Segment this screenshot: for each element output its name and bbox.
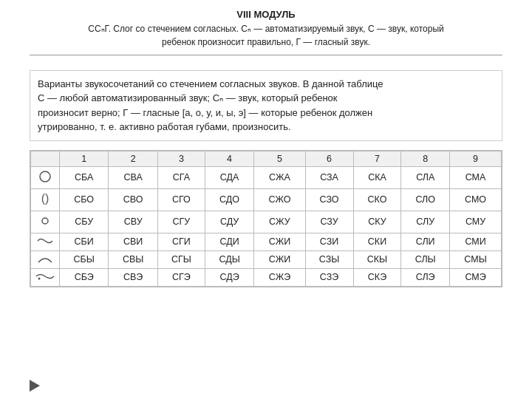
- module-title: VIII МОДУЛЬ: [30, 7, 502, 22]
- table-cell: СЗИ: [305, 233, 353, 250]
- table-cell: СМИ: [450, 233, 502, 250]
- table-header-row: 1 2 3 4 5 6 7 8 9: [31, 151, 502, 166]
- col-5: 5: [254, 151, 305, 166]
- table-cell: СДУ: [205, 211, 253, 233]
- desc-line1: Варианты звукосочетаний со стечением сог…: [38, 78, 383, 89]
- table-cell: СДИ: [205, 233, 253, 250]
- table-cell: СБЫ: [60, 250, 109, 268]
- table-row: СБАСВАСГАСДАСЖАСЗАСКАСЛАСМА: [31, 166, 502, 188]
- table-cell: СВО: [109, 188, 158, 211]
- table-row: СБЫСВЫСГЫСДЫСЖИСЗЫСКЫСЛЫСМЫ: [31, 250, 502, 268]
- icon-cell: [31, 268, 60, 286]
- main-table-wrapper: 1 2 3 4 5 6 7 8 9 СБАСВАСГАСДАСЖАСЗАСКАС…: [30, 150, 502, 287]
- page: VIII МОДУЛЬ ССₙГ. Слог со стечением согл…: [0, 0, 532, 399]
- table-cell: СМА: [450, 166, 502, 188]
- svg-text:(): (): [41, 192, 50, 205]
- table-cell: СДО: [205, 188, 253, 211]
- desc-line4: утрированно, т. е. активно работая губам…: [38, 121, 291, 132]
- table-cell: СВА: [109, 166, 158, 188]
- table-cell: СЖУ: [254, 211, 305, 233]
- table-cell: СКЭ: [353, 268, 401, 286]
- play-button[interactable]: [30, 380, 40, 392]
- table-cell: СЗУ: [305, 211, 353, 233]
- table-cell: СЛЭ: [401, 268, 450, 286]
- table-cell: СБА: [60, 166, 109, 188]
- table-cell: СГЫ: [157, 250, 205, 268]
- table-cell: СДЭ: [205, 268, 253, 286]
- svg-point-3: [38, 277, 41, 279]
- table-cell: СКЫ: [353, 250, 401, 268]
- table-cell: СЛА: [401, 166, 450, 188]
- table-cell: СБУ: [60, 211, 109, 233]
- table-cell: СЗЫ: [305, 250, 353, 268]
- table-cell: СДЫ: [205, 250, 253, 268]
- icon-cell: [31, 211, 60, 233]
- table-cell: СЛУ: [401, 211, 450, 233]
- subtitle-line1: ССₙГ. Слог со стечением согласных. Сₙ — …: [88, 24, 443, 34]
- table-cell: СЗА: [305, 166, 353, 188]
- table-cell: СВЫ: [109, 250, 158, 268]
- header-subtitle: ССₙГ. Слог со стечением согласных. Сₙ — …: [30, 22, 502, 49]
- table-cell: СДА: [205, 166, 253, 188]
- table-cell: СМЫ: [450, 250, 502, 268]
- table-cell: СКУ: [353, 211, 401, 233]
- table-cell: СКО: [353, 188, 401, 211]
- table-row: СБУСВУСГУСДУСЖУСЗУСКУСЛУСМУ: [31, 211, 502, 233]
- table-cell: СГА: [157, 166, 205, 188]
- desc-line2: С — любой автоматизированный звук; Сₙ — …: [38, 92, 338, 103]
- table-cell: СЗО: [305, 188, 353, 211]
- table-cell: СКА: [353, 166, 401, 188]
- table-cell: СБЭ: [60, 268, 109, 286]
- table-cell: СЗЭ: [305, 268, 353, 286]
- description-block: Варианты звукосочетаний со стечением сог…: [30, 70, 502, 141]
- page-header: VIII МОДУЛЬ ССₙГ. Слог со стечением согл…: [30, 7, 502, 55]
- svg-point-2: [42, 218, 48, 224]
- col-9: 9: [450, 151, 502, 166]
- table-cell: СВУ: [109, 211, 158, 233]
- icon-cell: [31, 250, 60, 268]
- table-cell: СЖИ: [254, 233, 305, 250]
- col-6: 6: [305, 151, 353, 166]
- col-2: 2: [109, 151, 158, 166]
- table-cell: СЛО: [401, 188, 450, 211]
- table-cell: СБО: [60, 188, 109, 211]
- col-8: 8: [401, 151, 450, 166]
- table-row: СБЭСВЭСГЭСДЭСЖЭСЗЭСКЭСЛЭСМЭ: [31, 268, 502, 286]
- table-cell: СГЭ: [157, 268, 205, 286]
- table-cell: СМЭ: [450, 268, 502, 286]
- subtitle-line2: ребенок произносит правильно, Г — гласны…: [162, 37, 370, 47]
- table-cell: СКИ: [353, 233, 401, 250]
- table-row: ()СБОСВОСГОСДОСЖОСЗОСКОСЛОСМО: [31, 188, 502, 211]
- table-cell: СЖО: [254, 188, 305, 211]
- table-cell: СВИ: [109, 233, 158, 250]
- col-icon: [31, 151, 60, 166]
- table-cell: СМУ: [450, 211, 502, 233]
- table-cell: СВЭ: [109, 268, 158, 286]
- icon-cell: [31, 166, 60, 188]
- footer-bar: [30, 375, 502, 392]
- icon-cell: (): [31, 188, 60, 211]
- table-cell: СГУ: [157, 211, 205, 233]
- col-7: 7: [353, 151, 401, 166]
- col-3: 3: [157, 151, 205, 166]
- table-cell: СБИ: [60, 233, 109, 250]
- table-cell: СЖА: [254, 166, 305, 188]
- table-cell: СМО: [450, 188, 502, 211]
- svg-point-0: [40, 171, 50, 182]
- main-table: 1 2 3 4 5 6 7 8 9 СБАСВАСГАСДАСЖАСЗАСКАС…: [30, 151, 502, 287]
- desc-line3: произносит верно; Г — гласные [а, о, у, …: [38, 107, 372, 118]
- col-4: 4: [205, 151, 253, 166]
- table-cell: СЛЫ: [401, 250, 450, 268]
- table-cell: СГИ: [157, 233, 205, 250]
- table-cell: СЖЭ: [254, 268, 305, 286]
- table-row: СБИСВИСГИСДИСЖИСЗИСКИСЛИСМИ: [31, 233, 502, 250]
- table-cell: СГО: [157, 188, 205, 211]
- icon-cell: [31, 233, 60, 250]
- table-cell: СЛИ: [401, 233, 450, 250]
- col-1: 1: [60, 151, 109, 166]
- table-cell: СЖИ: [254, 250, 305, 268]
